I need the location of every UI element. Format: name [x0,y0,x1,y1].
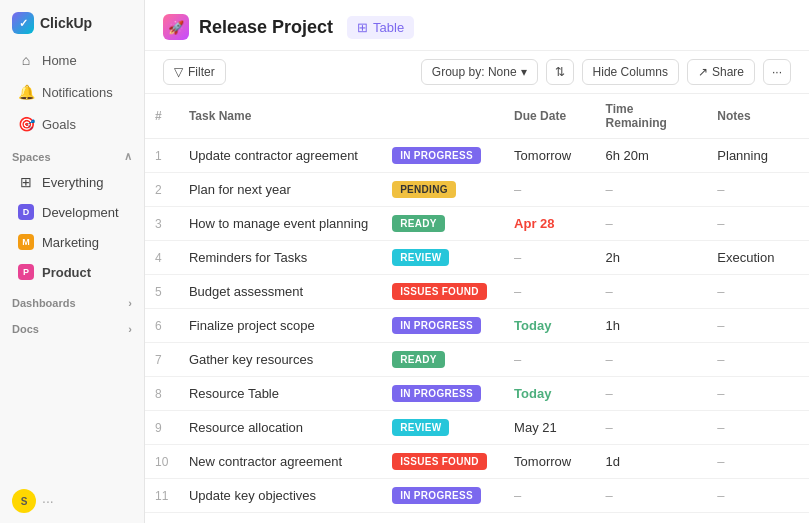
table-row[interactable]: 5Budget assessmentISSUES FOUND––– [145,275,809,309]
main-content: 🚀 Release Project ⊞ Table ▽ Filter Group… [145,0,809,523]
cell-task-name: Budget assessment [179,275,382,309]
sidebar-item-home[interactable]: ⌂ Home [6,45,138,75]
table-row[interactable]: 9Resource allocationREVIEWMay 21–– [145,411,809,445]
cell-status: ISSUES FOUND [382,275,504,309]
docs-section-label[interactable]: Docs › [0,313,144,339]
sidebar-item-everything[interactable]: ⊞ Everything [6,168,138,196]
status-badge: READY [392,351,445,368]
cell-due-date: Apr 28 [504,207,595,241]
table-view-tab[interactable]: ⊞ Table [347,16,414,39]
bell-icon: 🔔 [18,84,34,100]
share-icon: ↗ [698,65,708,79]
sidebar-space-everything-label: Everything [42,175,103,190]
cell-due-date: Today [504,309,595,343]
sidebar-logo[interactable]: ✓ ClickUp [0,0,144,44]
cell-task-name: Update contractor agreement [179,139,382,173]
cell-due-date: – [504,479,595,513]
cell-task-name: New contractor agreement [179,445,382,479]
more-options-button[interactable]: ··· [763,59,791,85]
table-row[interactable]: 6Finalize project scopeIN PROGRESSToday1… [145,309,809,343]
sidebar-user[interactable]: S ··· [0,479,144,523]
share-label: Share [712,65,744,79]
table-row[interactable]: 3How to manage event planningREADYApr 28… [145,207,809,241]
sidebar-item-product[interactable]: P Product [6,258,138,286]
cell-row-num: 9 [145,411,179,445]
filter-icon: ▽ [174,65,183,79]
cell-time-remaining: 1d [596,445,708,479]
group-by-label: Group by: None [432,65,517,79]
col-status [382,94,504,139]
cell-row-num: 4 [145,241,179,275]
cell-notes: – [707,207,809,241]
col-task-name: Task Name [179,94,382,139]
cell-due-date: May 21 [504,411,595,445]
sidebar-item-marketing[interactable]: M Marketing [6,228,138,256]
sidebar-item-notifications[interactable]: 🔔 Notifications [6,77,138,107]
cell-notes: – [707,411,809,445]
cell-status: IN PROGRESS [382,479,504,513]
status-badge: IN PROGRESS [392,317,481,334]
cell-due-date: Today [504,377,595,411]
main-header: 🚀 Release Project ⊞ Table [145,0,809,51]
sidebar-space-marketing-label: Marketing [42,235,99,250]
cell-task-name: Gather key resources [179,343,382,377]
filter-button[interactable]: ▽ Filter [163,59,226,85]
user-menu-icon: ··· [42,493,54,509]
status-badge: ISSUES FOUND [392,453,487,470]
cell-time-remaining: – [596,173,708,207]
sidebar-item-development[interactable]: D Development [6,198,138,226]
table-row[interactable]: 1Update contractor agreementIN PROGRESST… [145,139,809,173]
table-row[interactable]: 10New contractor agreementISSUES FOUNDTo… [145,445,809,479]
col-due-date: Due Date [504,94,595,139]
cell-time-remaining: 2h [596,241,708,275]
user-avatar: S [12,489,36,513]
cell-notes: – [707,173,809,207]
cell-row-num: 6 [145,309,179,343]
cell-row-num: 10 [145,445,179,479]
cell-row-num: 11 [145,479,179,513]
cell-row-num: 3 [145,207,179,241]
share-button[interactable]: ↗ Share [687,59,755,85]
cell-status: REVIEW [382,241,504,275]
hide-cols-label: Hide Columns [593,65,668,79]
cell-task-name: Resource Table [179,377,382,411]
table-row[interactable]: 4Reminders for TasksREVIEW–2hExecution [145,241,809,275]
cell-status: IN PROGRESS [382,377,504,411]
table-row[interactable]: 7Gather key resourcesREADY––– [145,343,809,377]
cell-status: PENDING [382,173,504,207]
dashboards-section-label[interactable]: Dashboards › [0,287,144,313]
cell-notes: – [707,343,809,377]
cell-notes: – [707,309,809,343]
table-header-row: # Task Name Due Date Time Remaining Note… [145,94,809,139]
table-view-label: Table [373,20,404,35]
cell-time-remaining: – [596,411,708,445]
table-row[interactable]: 11Update key objectivesIN PROGRESS––– [145,479,809,513]
col-notes: Notes [707,94,809,139]
goals-icon: 🎯 [18,116,34,132]
toolbar: ▽ Filter Group by: None ▾ ⇅ Hide Columns… [145,51,809,94]
table-row[interactable]: 2Plan for next yearPENDING––– [145,173,809,207]
hide-columns-button[interactable]: Hide Columns [582,59,679,85]
sidebar-nav-notifications-label: Notifications [42,85,113,100]
cell-status: ISSUES FOUND [382,445,504,479]
docs-expand-icon[interactable]: › [128,323,132,335]
group-by-button[interactable]: Group by: None ▾ [421,59,538,85]
cell-row-num: 7 [145,343,179,377]
table-row[interactable]: 8Resource TableIN PROGRESSToday–– [145,377,809,411]
cell-status: IN PROGRESS [382,139,504,173]
task-table: # Task Name Due Date Time Remaining Note… [145,94,809,513]
cell-time-remaining: – [596,207,708,241]
spaces-expand-icon[interactable]: ∧ [124,150,132,163]
cell-status: READY [382,343,504,377]
cell-status: READY [382,207,504,241]
dashboards-expand-icon[interactable]: › [128,297,132,309]
status-badge: READY [392,215,445,232]
cell-notes: – [707,479,809,513]
product-dot: P [18,264,34,280]
sort-button[interactable]: ⇅ [546,59,574,85]
marketing-dot: M [18,234,34,250]
sidebar-item-goals[interactable]: 🎯 Goals [6,109,138,139]
clickup-logo-icon: ✓ [12,12,34,34]
status-badge: REVIEW [392,419,449,436]
cell-due-date: – [504,343,595,377]
